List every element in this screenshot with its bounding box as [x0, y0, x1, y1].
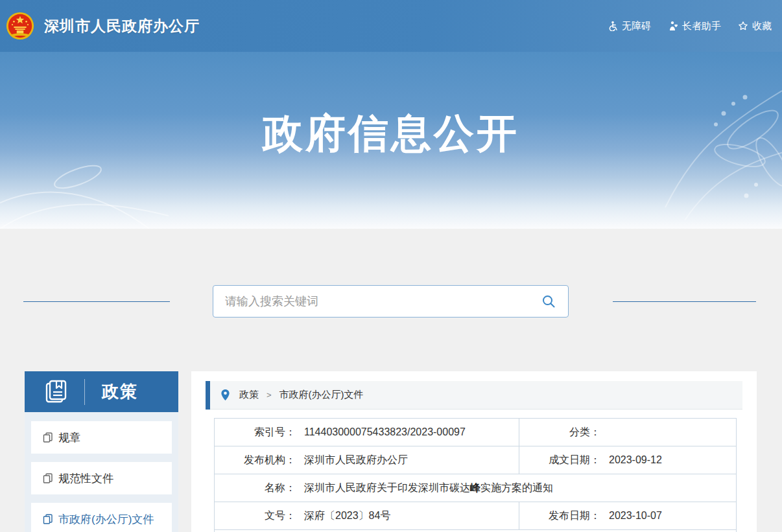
publish-date-cell: 发布日期： 2023-10-07	[519, 502, 737, 530]
publish-date-label: 发布日期：	[519, 509, 600, 523]
publisher-value: 深圳市人民政府办公厅	[304, 454, 408, 467]
accessibility-link[interactable]: 无障碍	[608, 20, 651, 32]
page: 深圳市人民政府办公厅 无障碍 长者助手	[0, 0, 782, 532]
national-emblem-icon	[5, 11, 35, 41]
table-row: 索引号： 114403000075433823/2023-00097 分类：	[215, 419, 737, 446]
sidebar-item-regulations[interactable]: 规章	[31, 421, 172, 454]
name-label: 名称：	[215, 481, 296, 495]
written-date-value: 2023-09-12	[609, 454, 662, 466]
name-value: 深圳市人民政府关于印发深圳市碳达峰实施方案的通知	[304, 481, 553, 495]
index-value: 114403000075433823/2023-00097	[304, 426, 466, 438]
accessibility-icon	[608, 21, 618, 31]
document-icon	[43, 473, 53, 483]
search-box	[213, 285, 569, 318]
sidebar-item-municipal-gov-documents[interactable]: 市政府(办公厅)文件	[31, 503, 172, 532]
favorite-label: 收藏	[752, 20, 772, 32]
sidebar-header: 政策	[25, 371, 178, 412]
publish-date-value: 2023-10-07	[609, 510, 662, 522]
elder-assist-link[interactable]: 长者助手	[668, 20, 721, 32]
main-content: 政策 规章	[0, 371, 782, 532]
page-title: 政府信息公开	[0, 52, 782, 161]
site-title: 深圳市人民政府办公厅	[44, 16, 200, 36]
category-label: 分类：	[519, 426, 600, 439]
breadcrumb: 政策 > 市政府(办公厅)文件	[206, 381, 742, 410]
doc-number-cell: 文号： 深府〔2023〕84号	[215, 502, 519, 530]
doc-number-value: 深府〔2023〕84号	[304, 509, 390, 523]
document-icon	[43, 514, 53, 524]
document-info-table: 索引号： 114403000075433823/2023-00097 分类：	[214, 418, 737, 532]
written-date-cell: 成文日期： 2023-09-12	[519, 446, 737, 474]
sidebar-item-label: 市政府(办公厅)文件	[58, 512, 154, 527]
publisher-cell: 发布机构： 深圳市人民政府办公厅	[215, 446, 519, 474]
book-icon	[43, 378, 70, 406]
search-section	[0, 229, 782, 318]
table-row	[215, 530, 737, 532]
sidebar-item-normative-documents[interactable]: 规范性文件	[31, 462, 172, 494]
table-row: 发布机构： 深圳市人民政府办公厅 成文日期： 2023-09-12	[215, 446, 737, 474]
table-row: 文号： 深府〔2023〕84号 发布日期： 2023-10-07	[215, 502, 737, 530]
sidebar-list: 规章 规范性文件	[25, 412, 178, 532]
left-divider-line	[23, 301, 170, 302]
breadcrumb-accent-bar	[206, 381, 210, 410]
elder-assist-icon	[668, 21, 678, 31]
topbar-links: 无障碍 长者助手 收藏	[608, 20, 772, 32]
accessibility-label: 无障碍	[622, 20, 651, 32]
written-date-label: 成文日期：	[519, 454, 600, 467]
right-divider-line	[613, 301, 756, 302]
search-button[interactable]	[539, 292, 558, 310]
document-panel: 政策 > 市政府(办公厅)文件 索引号： 114403000075433823/…	[191, 371, 757, 532]
location-pin-icon	[220, 389, 230, 401]
name-cell: 名称： 深圳市人民政府关于印发深圳市碳达峰实施方案的通知	[215, 474, 737, 502]
breadcrumb-separator: >	[267, 390, 272, 400]
highlighted-keyword: 峰	[470, 482, 480, 493]
site-brand[interactable]: 深圳市人民政府办公厅	[5, 11, 200, 41]
table-row: 名称： 深圳市人民政府关于印发深圳市碳达峰实施方案的通知	[215, 474, 737, 502]
topbar: 深圳市人民政府办公厅 无障碍 长者助手	[0, 0, 782, 52]
sidebar-title: 政策	[102, 380, 138, 403]
sidebar-item-label: 规章	[58, 430, 80, 445]
sidebar-item-label: 规范性文件	[58, 471, 113, 486]
search-icon	[541, 294, 556, 309]
empty-cell	[215, 530, 737, 532]
banner: 政府信息公开	[0, 52, 782, 229]
favorite-link[interactable]: 收藏	[738, 20, 772, 32]
index-cell: 索引号： 114403000075433823/2023-00097	[215, 419, 519, 446]
search-input[interactable]	[225, 295, 539, 308]
sidebar: 政策 规章	[25, 371, 178, 532]
document-icon	[43, 432, 53, 443]
breadcrumb-link-current[interactable]: 市政府(办公厅)文件	[279, 389, 364, 401]
star-icon	[738, 21, 748, 31]
publisher-label: 发布机构：	[215, 454, 296, 467]
breadcrumb-link-policy[interactable]: 政策	[239, 389, 259, 401]
category-cell: 分类：	[519, 419, 737, 446]
sidebar-header-divider	[84, 379, 85, 405]
index-label: 索引号：	[215, 426, 296, 439]
doc-number-label: 文号：	[215, 509, 296, 523]
elder-assist-label: 长者助手	[682, 20, 721, 32]
